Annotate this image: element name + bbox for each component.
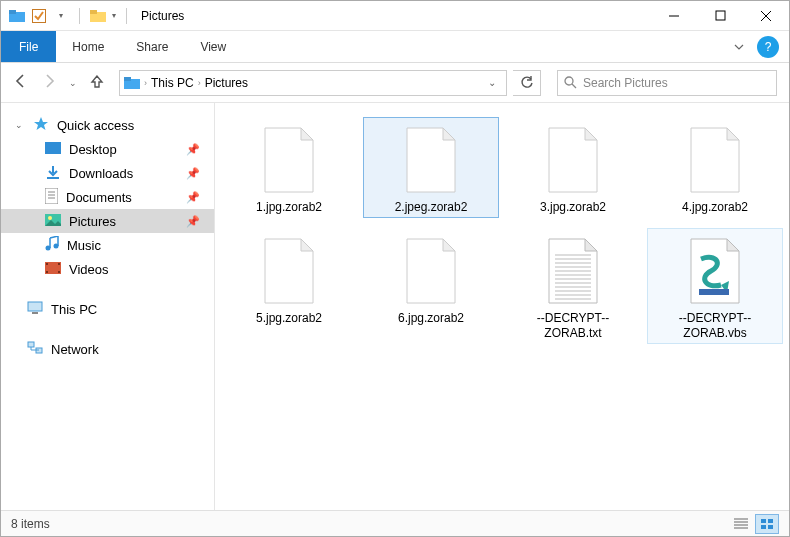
file-icon [541,124,605,196]
titlebar: ▾ ▾ Pictures [1,1,789,31]
pc-icon [27,301,43,318]
qat-dropdown-icon[interactable]: ▾ [53,8,69,24]
file-pane[interactable]: 1.jpg.zorab22.jpeg.zorab23.jpg.zorab24.j… [215,103,789,511]
pin-icon: 📌 [186,191,200,204]
svg-rect-54 [768,525,773,529]
checkbox-icon[interactable] [31,8,47,24]
documents-icon [45,188,58,207]
help-button[interactable]: ? [757,36,779,58]
recent-dropdown-icon[interactable]: ⌄ [69,78,77,88]
file-menu-button[interactable]: File [1,31,56,62]
file-name: --DECRYPT--ZORAB.txt [513,311,633,341]
file-item[interactable]: --DECRYPT--ZORAB.txt [505,228,641,344]
sidebar-item-label: Documents [66,190,132,205]
dropdown-caret-icon[interactable]: ▾ [112,11,116,20]
file-item[interactable]: 3.jpg.zorab2 [505,117,641,218]
chevron-right-icon[interactable]: › [198,78,201,88]
file-name: 1.jpg.zorab2 [256,200,322,215]
svg-rect-30 [28,342,34,347]
svg-rect-10 [124,77,131,81]
breadcrumb-pictures[interactable]: Pictures [205,76,248,90]
back-button[interactable] [13,73,29,92]
file-icon [541,235,605,307]
view-icons-button[interactable] [755,514,779,534]
nav-arrows: ⌄ [13,73,105,92]
file-name: 5.jpg.zorab2 [256,311,322,326]
sidebar-item-videos[interactable]: Videos [1,257,214,281]
svg-rect-29 [32,312,38,314]
breadcrumb-root[interactable]: › [124,77,147,89]
pin-icon: 📌 [186,143,200,156]
svg-rect-26 [58,263,60,265]
svg-rect-4 [90,10,97,14]
tab-view[interactable]: View [184,31,242,62]
svg-rect-13 [45,142,61,154]
svg-line-12 [572,84,576,88]
svg-point-21 [46,245,51,250]
sidebar-item-label: Pictures [69,214,116,229]
sidebar-item-label: Music [67,238,101,253]
body: ⌄ Quick access Desktop 📌 Downloads 📌 Doc… [1,103,789,511]
svg-rect-53 [761,525,766,529]
svg-rect-52 [768,519,773,523]
minimize-button[interactable] [651,1,697,31]
file-item[interactable]: 1.jpg.zorab2 [221,117,357,218]
up-button[interactable] [89,73,105,92]
view-details-button[interactable] [729,514,753,534]
svg-rect-15 [45,188,58,204]
sidebar-item-downloads[interactable]: Downloads 📌 [1,161,214,185]
sidebar-item-documents[interactable]: Documents 📌 [1,185,214,209]
tab-home[interactable]: Home [56,31,120,62]
desktop-icon [45,142,61,157]
file-name: 6.jpg.zorab2 [398,311,464,326]
chevron-right-icon[interactable]: › [144,78,147,88]
search-icon [564,76,577,89]
maximize-button[interactable] [697,1,743,31]
refresh-button[interactable] [513,70,541,96]
sidebar-item-desktop[interactable]: Desktop 📌 [1,137,214,161]
file-grid: 1.jpg.zorab22.jpeg.zorab23.jpg.zorab24.j… [221,117,783,344]
address-dropdown-icon[interactable]: ⌄ [482,77,502,88]
svg-point-11 [565,77,573,85]
sidebar-quick-access[interactable]: ⌄ Quick access [1,113,214,137]
navigation-bar: ⌄ › This PC › Pictures ⌄ Search Pictures [1,63,789,103]
svg-rect-28 [28,302,42,311]
sidebar-label: Quick access [57,118,134,133]
svg-point-22 [54,243,59,248]
ribbon: File Home Share View ? [1,31,789,63]
sidebar-item-label: Downloads [69,166,133,181]
svg-rect-27 [58,271,60,273]
separator [126,8,127,24]
file-item[interactable]: 5.jpg.zorab2 [221,228,357,344]
file-icon [257,124,321,196]
sidebar-item-pictures[interactable]: Pictures 📌 [1,209,214,233]
folder-icon [9,8,25,24]
file-name: 2.jpeg.zorab2 [395,200,468,215]
sidebar-network[interactable]: Network [1,337,214,361]
sidebar-item-label: Desktop [69,142,117,157]
close-button[interactable] [743,1,789,31]
pictures-icon [45,214,61,229]
breadcrumb-this-pc[interactable]: This PC › [151,76,201,90]
file-item[interactable]: 4.jpg.zorab2 [647,117,783,218]
svg-rect-6 [716,11,725,20]
file-item[interactable]: 2.jpeg.zorab2 [363,117,499,218]
music-icon [45,236,59,255]
forward-button[interactable] [41,73,57,92]
star-icon [33,116,49,135]
tab-share[interactable]: Share [120,31,184,62]
separator [79,8,80,24]
file-item[interactable]: 6.jpg.zorab2 [363,228,499,344]
svg-rect-46 [699,289,729,295]
quick-access-toolbar: ▾ ▾ Pictures [1,8,184,24]
search-input[interactable]: Search Pictures [557,70,777,96]
svg-rect-51 [761,519,766,523]
address-bar[interactable]: › This PC › Pictures ⌄ [119,70,507,96]
chevron-down-icon[interactable]: ⌄ [15,120,23,130]
sidebar-this-pc[interactable]: This PC [1,297,214,321]
sidebar-item-music[interactable]: Music [1,233,214,257]
file-item[interactable]: --DECRYPT--ZORAB.vbs [647,228,783,344]
pin-icon: 📌 [186,215,200,228]
navigation-pane: ⌄ Quick access Desktop 📌 Downloads 📌 Doc… [1,103,215,511]
expand-ribbon-button[interactable] [725,31,753,62]
